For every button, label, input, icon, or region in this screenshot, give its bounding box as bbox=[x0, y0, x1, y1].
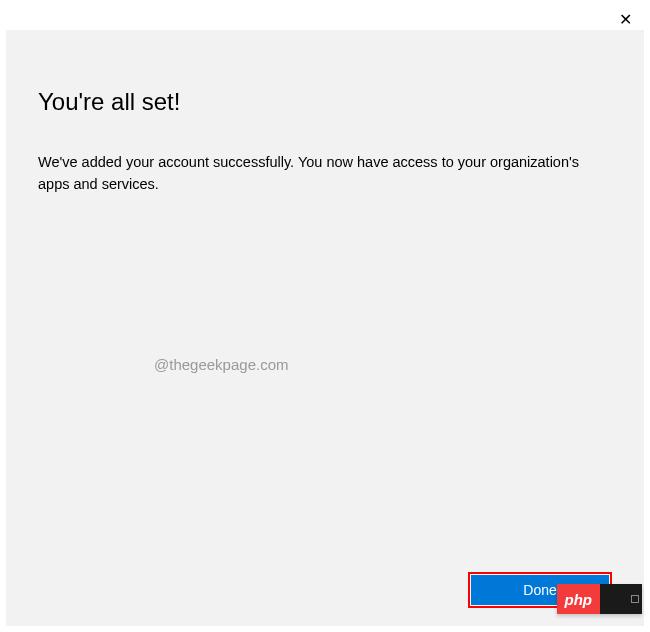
dialog-title: You're all set! bbox=[38, 88, 612, 116]
php-badge-right bbox=[600, 584, 642, 614]
php-logo-text: php bbox=[557, 584, 601, 614]
php-overlay-badge: php bbox=[557, 584, 643, 614]
account-added-dialog: You're all set! We've added your account… bbox=[6, 30, 644, 626]
close-icon[interactable]: ✕ bbox=[619, 10, 632, 29]
dialog-body-text: We've added your account successfully. Y… bbox=[38, 152, 612, 196]
watermark-text: @thegeekpage.com bbox=[154, 356, 288, 373]
